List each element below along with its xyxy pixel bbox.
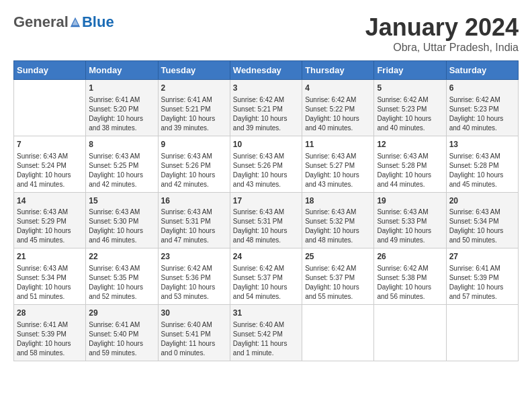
location-subtitle: Obra, Uttar Pradesh, India [365, 42, 519, 54]
day-info: Sunrise: 6:43 AM Sunset: 5:34 PM Dayligh… [17, 264, 83, 302]
day-of-week-header: Thursday [302, 61, 374, 80]
logo-icon [69, 16, 81, 28]
calendar-day-cell: 18Sunrise: 6:43 AM Sunset: 5:32 PM Dayli… [302, 192, 374, 248]
calendar-day-cell: 16Sunrise: 6:43 AM Sunset: 5:31 PM Dayli… [158, 192, 230, 248]
calendar-day-cell [302, 305, 374, 361]
calendar-day-cell: 31Sunrise: 6:40 AM Sunset: 5:42 PM Dayli… [230, 305, 302, 361]
day-number: 5 [377, 83, 443, 94]
day-number: 23 [161, 251, 227, 263]
calendar-day-cell [374, 305, 446, 361]
day-info: Sunrise: 6:43 AM Sunset: 5:26 PM Dayligh… [161, 152, 227, 189]
day-number: 7 [17, 139, 83, 150]
day-info: Sunrise: 6:42 AM Sunset: 5:38 PM Dayligh… [377, 264, 443, 302]
calendar-body: 1Sunrise: 6:41 AM Sunset: 5:20 PM Daylig… [14, 80, 519, 361]
calendar-table: SundayMondayTuesdayWednesdayThursdayFrid… [13, 60, 519, 361]
day-number: 15 [89, 195, 154, 207]
calendar-day-cell: 23Sunrise: 6:42 AM Sunset: 5:36 PM Dayli… [158, 248, 230, 305]
calendar-day-cell: 15Sunrise: 6:43 AM Sunset: 5:30 PM Dayli… [86, 192, 158, 248]
calendar-day-cell: 14Sunrise: 6:43 AM Sunset: 5:29 PM Dayli… [14, 192, 86, 248]
day-info: Sunrise: 6:41 AM Sunset: 5:20 PM Dayligh… [89, 95, 154, 133]
day-info: Sunrise: 6:40 AM Sunset: 5:42 PM Dayligh… [233, 320, 299, 358]
day-info: Sunrise: 6:43 AM Sunset: 5:26 PM Dayligh… [233, 152, 299, 189]
day-number: 22 [89, 251, 154, 263]
calendar-day-cell [14, 80, 86, 136]
page-header: General Blue January 2024 Obra, Uttar Pr… [13, 13, 519, 54]
title-block: January 2024 Obra, Uttar Pradesh, India [365, 13, 519, 54]
day-info: Sunrise: 6:42 AM Sunset: 5:21 PM Dayligh… [233, 95, 299, 133]
day-info: Sunrise: 6:43 AM Sunset: 5:28 PM Dayligh… [449, 152, 515, 189]
day-info: Sunrise: 6:41 AM Sunset: 5:21 PM Dayligh… [161, 95, 227, 133]
day-number: 4 [305, 83, 371, 94]
calendar-week-row: 28Sunrise: 6:41 AM Sunset: 5:39 PM Dayli… [14, 305, 519, 361]
calendar-day-cell: 13Sunrise: 6:43 AM Sunset: 5:28 PM Dayli… [446, 136, 518, 192]
calendar-day-cell: 9Sunrise: 6:43 AM Sunset: 5:26 PM Daylig… [158, 136, 230, 192]
day-info: Sunrise: 6:43 AM Sunset: 5:31 PM Dayligh… [233, 208, 299, 245]
day-info: Sunrise: 6:42 AM Sunset: 5:36 PM Dayligh… [161, 264, 227, 302]
day-number: 21 [17, 251, 83, 263]
calendar-day-cell: 22Sunrise: 6:43 AM Sunset: 5:35 PM Dayli… [86, 248, 158, 305]
day-of-week-header: Friday [374, 61, 446, 80]
calendar-day-cell [446, 305, 518, 361]
day-number: 16 [161, 195, 227, 207]
calendar-week-row: 14Sunrise: 6:43 AM Sunset: 5:29 PM Dayli… [14, 192, 519, 248]
day-number: 13 [449, 139, 515, 150]
day-info: Sunrise: 6:42 AM Sunset: 5:37 PM Dayligh… [233, 264, 299, 302]
day-number: 10 [233, 139, 299, 150]
day-number: 11 [305, 139, 371, 150]
day-number: 14 [17, 195, 83, 207]
logo-blue-text: Blue [82, 13, 114, 31]
calendar-week-row: 7Sunrise: 6:43 AM Sunset: 5:24 PM Daylig… [14, 136, 519, 192]
day-info: Sunrise: 6:42 AM Sunset: 5:23 PM Dayligh… [377, 95, 443, 133]
logo-general-text: General [13, 13, 69, 31]
day-info: Sunrise: 6:43 AM Sunset: 5:28 PM Dayligh… [377, 152, 443, 189]
day-info: Sunrise: 6:43 AM Sunset: 5:27 PM Dayligh… [305, 152, 371, 189]
calendar-day-cell: 28Sunrise: 6:41 AM Sunset: 5:39 PM Dayli… [14, 305, 86, 361]
day-info: Sunrise: 6:42 AM Sunset: 5:22 PM Dayligh… [305, 95, 371, 133]
calendar-day-cell: 10Sunrise: 6:43 AM Sunset: 5:26 PM Dayli… [230, 136, 302, 192]
day-number: 2 [161, 83, 227, 94]
day-number: 12 [377, 139, 443, 150]
day-info: Sunrise: 6:41 AM Sunset: 5:39 PM Dayligh… [449, 264, 515, 302]
day-info: Sunrise: 6:43 AM Sunset: 5:29 PM Dayligh… [17, 208, 83, 245]
calendar-day-cell: 25Sunrise: 6:42 AM Sunset: 5:37 PM Dayli… [302, 248, 374, 305]
day-info: Sunrise: 6:43 AM Sunset: 5:33 PM Dayligh… [377, 208, 443, 245]
day-number: 25 [305, 251, 371, 263]
day-number: 27 [449, 251, 515, 263]
day-info: Sunrise: 6:41 AM Sunset: 5:39 PM Dayligh… [17, 320, 83, 358]
month-title: January 2024 [365, 13, 519, 42]
day-info: Sunrise: 6:43 AM Sunset: 5:30 PM Dayligh… [89, 208, 154, 245]
calendar-day-cell: 7Sunrise: 6:43 AM Sunset: 5:24 PM Daylig… [14, 136, 86, 192]
day-info: Sunrise: 6:43 AM Sunset: 5:24 PM Dayligh… [17, 152, 83, 189]
day-number: 20 [449, 195, 515, 207]
calendar-day-cell: 6Sunrise: 6:42 AM Sunset: 5:23 PM Daylig… [446, 80, 518, 136]
calendar-day-cell: 3Sunrise: 6:42 AM Sunset: 5:21 PM Daylig… [230, 80, 302, 136]
calendar-week-row: 1Sunrise: 6:41 AM Sunset: 5:20 PM Daylig… [14, 80, 519, 136]
day-info: Sunrise: 6:43 AM Sunset: 5:35 PM Dayligh… [89, 264, 154, 302]
day-number: 8 [89, 139, 154, 150]
calendar-day-cell: 24Sunrise: 6:42 AM Sunset: 5:37 PM Dayli… [230, 248, 302, 305]
day-of-week-header: Wednesday [230, 61, 302, 80]
day-number: 17 [233, 195, 299, 207]
calendar-day-cell: 30Sunrise: 6:40 AM Sunset: 5:41 PM Dayli… [158, 305, 230, 361]
day-number: 1 [89, 83, 154, 94]
calendar-day-cell: 5Sunrise: 6:42 AM Sunset: 5:23 PM Daylig… [374, 80, 446, 136]
day-number: 3 [233, 83, 299, 94]
day-info: Sunrise: 6:43 AM Sunset: 5:31 PM Dayligh… [161, 208, 227, 245]
calendar-day-cell: 17Sunrise: 6:43 AM Sunset: 5:31 PM Dayli… [230, 192, 302, 248]
day-info: Sunrise: 6:41 AM Sunset: 5:40 PM Dayligh… [89, 320, 154, 358]
day-number: 6 [449, 83, 515, 94]
day-number: 31 [233, 308, 299, 319]
day-number: 18 [305, 195, 371, 207]
calendar-day-cell: 1Sunrise: 6:41 AM Sunset: 5:20 PM Daylig… [86, 80, 158, 136]
calendar-day-cell: 2Sunrise: 6:41 AM Sunset: 5:21 PM Daylig… [158, 80, 230, 136]
calendar-day-cell: 11Sunrise: 6:43 AM Sunset: 5:27 PM Dayli… [302, 136, 374, 192]
calendar-day-cell: 26Sunrise: 6:42 AM Sunset: 5:38 PM Dayli… [374, 248, 446, 305]
day-info: Sunrise: 6:43 AM Sunset: 5:25 PM Dayligh… [89, 152, 154, 189]
day-of-week-header: Monday [86, 61, 158, 80]
day-info: Sunrise: 6:43 AM Sunset: 5:34 PM Dayligh… [449, 208, 515, 245]
day-number: 24 [233, 251, 299, 263]
day-number: 19 [377, 195, 443, 207]
day-number: 9 [161, 139, 227, 150]
calendar-day-cell: 29Sunrise: 6:41 AM Sunset: 5:40 PM Dayli… [86, 305, 158, 361]
calendar-day-cell: 20Sunrise: 6:43 AM Sunset: 5:34 PM Dayli… [446, 192, 518, 248]
